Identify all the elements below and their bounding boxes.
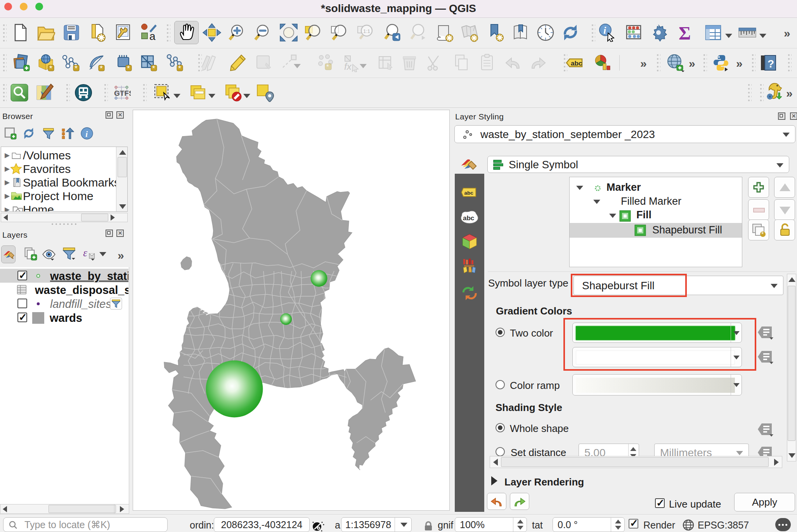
- svg-text:*: *: [152, 64, 155, 72]
- svg-text:i: i: [603, 25, 606, 36]
- svg-text:a: a: [149, 30, 156, 42]
- svg-text:*: *: [75, 64, 78, 72]
- svg-text:abc: abc: [571, 60, 582, 67]
- svg-text:*: *: [178, 64, 181, 72]
- svg-text:ε: ε: [83, 247, 87, 259]
- svg-text:*: *: [326, 63, 329, 71]
- svg-text:i: i: [85, 130, 88, 139]
- svg-text:GTFS: GTFS: [114, 89, 131, 97]
- svg-text:*: *: [100, 64, 103, 72]
- svg-text:*: *: [761, 231, 764, 238]
- svg-text:abc: abc: [464, 190, 474, 196]
- svg-text:1:1: 1:1: [363, 28, 370, 34]
- svg-text:Σ: Σ: [679, 23, 691, 42]
- svg-text:abc: abc: [463, 214, 474, 222]
- svg-text:*: *: [49, 64, 52, 72]
- svg-text:fx: fx: [344, 61, 352, 72]
- svg-text:*: *: [127, 64, 130, 72]
- svg-text:?: ?: [768, 58, 774, 70]
